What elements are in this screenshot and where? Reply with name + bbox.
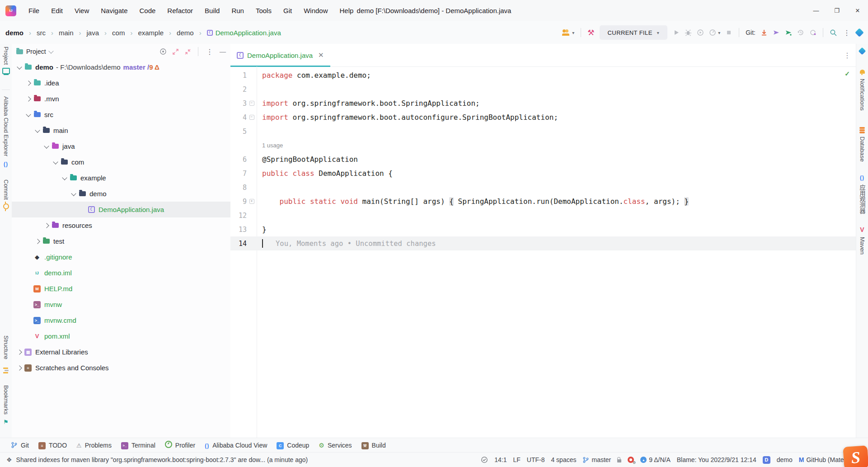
tree-row-main[interactable]: main (12, 123, 230, 138)
code-line-13[interactable]: 13} (230, 222, 856, 236)
breadcrumb-item-example[interactable]: example (138, 29, 164, 37)
panel-options-button[interactable]: ⋮ (205, 47, 214, 56)
run-button[interactable] (672, 29, 680, 36)
git-rollback-button[interactable] (809, 29, 816, 36)
tree-row-demo[interactable]: demo (12, 186, 230, 202)
code-line-6[interactable]: 6@SpringBootApplication (230, 152, 856, 166)
tool-window-button-profiler[interactable]: Profiler (165, 441, 195, 449)
tool-window-button-codeup[interactable]: CCodeup (277, 441, 309, 449)
menu-item-view[interactable]: View (69, 0, 95, 21)
tool-strip-item-project[interactable]: Project (2, 47, 10, 76)
code-line-8[interactable]: 8 (230, 180, 856, 194)
tool-strip-item-notifications[interactable]: Notifications (859, 67, 866, 111)
collapse-all-button[interactable] (184, 48, 191, 55)
encoding-widget[interactable]: UTF-8 (527, 456, 545, 463)
tree-row-com[interactable]: com (12, 154, 230, 170)
tree-row-mvnw[interactable]: >_mvnw (12, 297, 230, 312)
code-line-7[interactable]: 7public class DemoApplication { (230, 166, 856, 180)
tool-strip-item-maven[interactable]: VMaven (859, 226, 866, 255)
tree-row-external-libraries[interactable]: ▤External Libraries (12, 344, 230, 360)
menu-item-window[interactable]: Window (298, 0, 333, 21)
tree-row-pom.xml[interactable]: Vpom.xml (12, 328, 230, 344)
run-configuration-select[interactable]: CURRENT FILE ▾ (600, 25, 668, 40)
tree-row-test[interactable]: test (12, 233, 230, 249)
menu-item-git[interactable]: Git (277, 0, 298, 21)
menu-item-run[interactable]: Run (225, 0, 250, 21)
tree-row-.idea[interactable]: .idea (12, 75, 230, 91)
event-log-ok-icon[interactable] (481, 456, 488, 463)
tree-row-example[interactable]: example (12, 170, 230, 186)
tree-row-help.md[interactable]: MHELP.md (12, 281, 230, 297)
tool-strip-item-应用观测器[interactable]: ()应用观测器 (858, 173, 867, 214)
git-push-button[interactable] (773, 29, 780, 36)
menu-item-file[interactable]: File (23, 0, 45, 21)
tree-row-.mvn[interactable]: .mvn (12, 91, 230, 107)
inspections-ok-icon[interactable]: ✓ (845, 70, 850, 77)
fold-marker[interactable]: − (249, 101, 254, 106)
hide-panel-button[interactable]: — (220, 48, 226, 55)
git-update-button[interactable] (760, 29, 768, 36)
tool-strip-item-alibaba-cloud-explorer[interactable]: Alibaba Cloud Explorer() (3, 96, 9, 168)
tool-window-button-alibaba-cloud-view[interactable]: ()Alibaba Cloud View (205, 442, 267, 449)
close-button[interactable]: ✕ (847, 0, 868, 21)
menu-item-tools[interactable]: Tools (250, 0, 277, 21)
git-branch-widget[interactable]: master (582, 456, 611, 463)
git-history-button[interactable] (797, 29, 804, 36)
fold-marker[interactable]: + (249, 199, 254, 204)
caret-position-widget[interactable]: 14:1 (494, 456, 507, 463)
tool-strip-item-database[interactable]: Database (859, 123, 866, 162)
code-line-9[interactable]: 9+ public static void main(String[] args… (230, 194, 856, 208)
tree-row-src[interactable]: src (12, 107, 230, 123)
tab-list-button[interactable]: ⋮ (843, 51, 852, 60)
tool-strip-item-structure[interactable]: Structure (3, 335, 9, 373)
fold-marker[interactable]: − (249, 115, 254, 120)
tool-strip-item-bookmarks[interactable]: Bookmarks⚑ (3, 385, 9, 426)
breadcrumb-item-src[interactable]: src (37, 29, 46, 37)
profiler-menu-button[interactable]: ▾ (709, 29, 720, 36)
status-message-area[interactable]: ❖ Shared indexes for maven library "org.… (6, 456, 308, 463)
tool-strip-item-commit[interactable]: Commit (3, 179, 9, 211)
blame-widget[interactable]: Blame: You 2022/9/21 12:14 (677, 456, 756, 463)
maximize-button[interactable]: ❐ (826, 0, 847, 21)
indent-widget[interactable]: 4 spaces (551, 456, 576, 463)
inspections-widget-icon[interactable] (628, 457, 634, 463)
menu-item-refactor[interactable]: Refactor (161, 0, 199, 21)
lock-icon[interactable] (617, 459, 621, 462)
menu-item-edit[interactable]: Edit (45, 0, 69, 21)
breadcrumb-item-demo[interactable]: demo (5, 29, 23, 37)
tree-row-mvnw.cmd[interactable]: >_mvnw.cmd (12, 312, 230, 328)
chevron-down-icon[interactable] (48, 48, 53, 53)
expand-all-button[interactable] (172, 48, 179, 55)
stop-button[interactable] (725, 29, 732, 36)
code-line-3[interactable]: 3−import org.springframework.boot.Spring… (230, 96, 856, 110)
tree-row-demo.iml[interactable]: IJdemo.iml (12, 265, 230, 281)
tree-row-demo[interactable]: demo- F:\Downloads\demomaster / 9 Δ (12, 59, 230, 75)
code-line-4[interactable]: 4−import org.springframework.boot.autoco… (230, 110, 856, 124)
search-everywhere-button[interactable] (830, 29, 837, 37)
plugin-icon[interactable] (855, 28, 864, 37)
tool-window-button-services[interactable]: ⚙Services (319, 442, 352, 449)
minimize-button[interactable]: — (806, 0, 826, 21)
more-options-button[interactable]: ⋮ (842, 28, 851, 37)
tree-row-.gitignore[interactable]: ◆.gitignore (12, 249, 230, 265)
tool-window-button-todo[interactable]: ≡TODO (38, 441, 67, 449)
tree-row-scratches-and-consoles[interactable]: ≡Scratches and Consoles (12, 360, 230, 376)
users-button[interactable]: ▾ (562, 29, 574, 36)
breadcrumb-item-current-file[interactable]: CDemoApplication.java (207, 29, 281, 37)
line-separator-widget[interactable]: LF (513, 456, 520, 463)
git-commit-push-button[interactable] (785, 29, 792, 36)
sogou-ime-badge[interactable]: S (843, 445, 868, 467)
tool-window-button-problems[interactable]: ⚠Problems (76, 442, 112, 449)
code-line-12[interactable]: 12 (230, 208, 856, 222)
build-hammer-icon[interactable]: ⚒ (587, 29, 594, 37)
locate-file-button[interactable] (160, 48, 167, 55)
tool-strip-item-diamond[interactable] (859, 47, 865, 56)
code-line-5[interactable]: 5 (230, 124, 856, 138)
breadcrumb-item-main[interactable]: main (59, 29, 74, 37)
tree-row-resources[interactable]: resources (12, 217, 230, 233)
profile-button[interactable] (697, 29, 704, 36)
code-line-1[interactable]: 1package com.example.demo; (230, 68, 856, 82)
tree-row-demoapplication.java[interactable]: CDemoApplication.java (12, 202, 230, 217)
tree-row-java[interactable]: java (12, 138, 230, 154)
tool-window-button-build[interactable]: ⚒Build (361, 441, 386, 449)
